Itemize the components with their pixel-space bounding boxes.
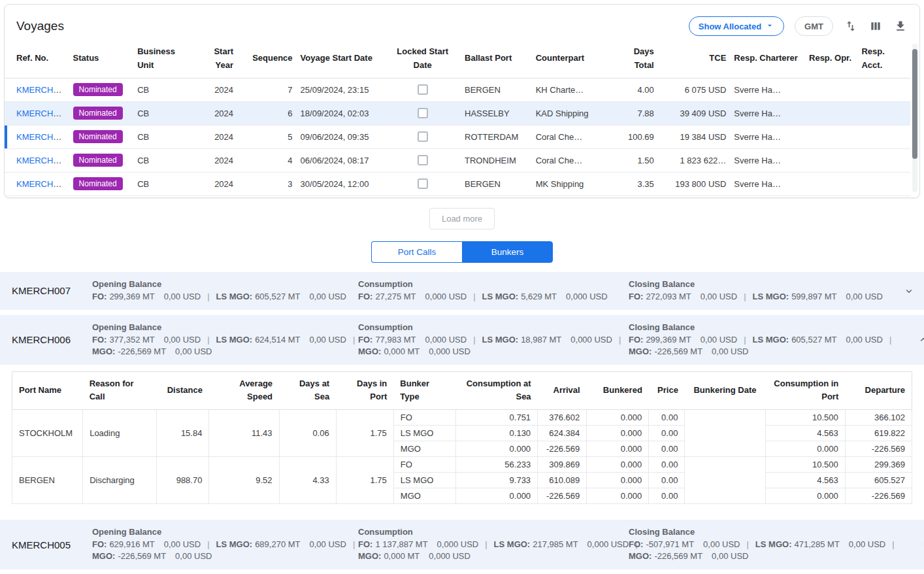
fuel-usd-value: 0,00 USD [175,551,212,561]
voyage-row[interactable]: KMERCH005NominatedCB2024509/06/2024, 09:… [5,125,910,148]
pc-column-header-price: Price [649,371,685,410]
fuel-entry: LS MGO:5,629 MT0,000 USD [482,292,608,301]
fuel-quantity: 272,093 MT [646,292,691,301]
bunker-accordion-header[interactable]: KMERCH005Opening BalanceFO:629,916 MT0,0… [0,520,924,569]
gmt-button[interactable]: GMT [795,16,833,36]
columns-icon[interactable] [868,19,883,33]
voyage-resp-charterer-cell: Sverre Ha… [734,148,809,172]
pc-cell-arrival: -226.569 [538,488,587,504]
fuel-usd-value: 0,00 USD [846,335,883,345]
opening-balance-title: Opening Balance [92,527,348,537]
locked-start-checkbox[interactable] [418,108,428,118]
bunker-accordion-header[interactable]: KMERCH006Opening BalanceFO:377,352 MT0,0… [0,315,924,365]
voyage-ref-link[interactable]: KMERCH007 [16,85,67,95]
fuel-usd-value: 0,000 USD [566,292,608,301]
voyage-ref-link[interactable]: KMERCH006 [16,109,67,118]
locked-start-checkbox[interactable] [418,178,428,189]
consumption: ConsumptionFO:27,275 MT0,000 USD|LS MGO:… [358,279,629,303]
fuel-usd-value: 0,000 USD [437,539,479,549]
locked-start-checkbox[interactable] [418,155,428,165]
fuel-entry: FO:299,369 MT0,00 USD [92,292,201,301]
fuel-usd-value: 0,000 USD [425,335,467,345]
chevron-down-icon[interactable] [912,539,924,550]
fuel-usd-value: 0,00 USD [703,539,740,549]
opening-balance-line-2: MGO:-226,569 MT0,00 USD [92,346,348,358]
fuel-label: LS MGO: [216,292,253,301]
fuel-quantity: -226,569 MT [118,551,166,561]
voyage-status-cell: Nominated [73,101,138,125]
pc-cell-departure: 366.102 [845,410,912,426]
voyage-resp-opr-cell [809,148,861,172]
pc-cell-departure: -226.569 [845,488,912,504]
opening-balance-line-1: FO:377,352 MT0,00 USD|LS MGO:624,514 MT0… [92,334,348,346]
pc-cell-consumption-at-sea: 0.751 [455,410,537,426]
fuel-label: FO: [629,292,643,301]
download-icon[interactable] [893,19,908,33]
chevron-down-icon [765,21,774,32]
pc-cell-arrival: 610.089 [538,473,587,488]
pc-cell-bunkering-date [685,457,765,504]
voyage-ref-link[interactable]: KMERCH004 [16,156,67,165]
voyage-row[interactable]: KMERCH003NominatedCB2024330/05/2024, 12:… [5,172,910,195]
locked-start-date-cell [388,125,465,148]
status-badge: Nominated [73,154,123,167]
fuel-usd-value: 0,00 USD [310,335,346,345]
pc-cell-departure: -226.569 [845,441,912,457]
voyages-panel: Voyages Show Allocated GMT Ref. No.Statu… [4,4,920,198]
fuel-entry: MGO:-226,569 MT0,00 USD [629,346,748,356]
voyage-label: KMERCH007 [12,285,92,296]
pc-cell-bunkered: 0.000 [587,426,649,441]
fuel-label: LS MGO: [482,335,519,345]
fuel-quantity: 629,916 MT [109,539,154,549]
pc-column-header-bunkered: Bunkered [587,371,649,410]
voyage-ref-link[interactable]: KMERCH005 [16,132,67,142]
chevron-up-icon[interactable] [908,334,924,346]
pc-cell-arrival: -226.569 [538,441,587,457]
load-more-row: Load more [0,198,924,237]
vertical-scrollbar[interactable] [912,44,917,192]
fuel-usd-value: 0,00 USD [701,335,737,345]
separator: | [485,539,487,549]
pc-column-header-consumption_in_port: Consumption in Port [765,371,845,410]
voyage-ref-cell: KMERCH007 [5,78,73,101]
sort-icon[interactable] [844,19,858,33]
status-badge: Nominated [73,83,123,96]
fuel-quantity: 471,285 MT [794,539,839,549]
column-header-status: Status [73,40,138,78]
pc-cell-bunker-type: FO [393,410,455,426]
pc-column-header-days_in_port: Days in Port [336,371,393,410]
voyage-row[interactable]: KMERCH004NominatedCB2024406/06/2024, 08:… [5,148,910,172]
locked-start-checkbox[interactable] [418,131,428,142]
show-allocated-button[interactable]: Show Allocated [689,16,784,36]
bunker-section-kmerch006: KMERCH006Opening BalanceFO:377,352 MT0,0… [0,315,924,515]
fuel-quantity: -226,569 MT [654,551,702,561]
pc-cell-avg_speed: 9.52 [209,457,279,504]
voyage-resp-acct-cell [861,172,910,195]
pc-cell-distance: 15.84 [157,410,209,457]
pc-cell-bunker-type: MGO [393,441,455,457]
fuel-entry: LS MGO:605,527 MT0,00 USD [216,292,346,301]
voyage-row[interactable]: KMERCH006NominatedCB2024618/09/2024, 02:… [5,101,910,125]
voyage-ref-link[interactable]: KMERCH003 [16,179,67,189]
tab-bunkers[interactable]: Bunkers [462,241,553,263]
tab-port-calls[interactable]: Port Calls [371,241,462,263]
fuel-label: LS MGO: [494,539,531,549]
fuel-label: MGO: [92,551,115,561]
column-header-tce: TCE [662,40,734,78]
load-more-button[interactable]: Load more [429,208,495,229]
pc-cell-bunker-type: LS MGO [393,426,455,441]
fuel-entry: LS MGO:605,527 MT0,00 USD [753,335,883,345]
chevron-down-icon[interactable] [894,285,924,297]
locked-start-checkbox[interactable] [418,84,428,95]
pc-cell-arrival: 376.602 [538,410,587,426]
consumption: ConsumptionFO:1 137,887 MT0,000 USD|LS M… [358,527,629,562]
fuel-entry: MGO:-226,569 MT0,00 USD [92,346,212,356]
voyage-business-unit-cell: CB [137,78,201,101]
bunker-accordion-header[interactable]: KMERCH007Opening BalanceFO:299,369 MT0,0… [0,272,924,310]
pc-column-header-avg_speed: Average Speed [209,371,279,410]
pc-cell-price: 0.00 [649,473,685,488]
closing-balance-line-1: FO:-507,971 MT0,00 USD|LS MGO:471,285 MT… [629,539,901,550]
pc-cell-reason: Discharging [83,457,157,504]
voyage-row[interactable]: KMERCH007NominatedCB2024725/09/2024, 23:… [5,78,910,101]
scrollbar-thumb[interactable] [912,49,917,159]
